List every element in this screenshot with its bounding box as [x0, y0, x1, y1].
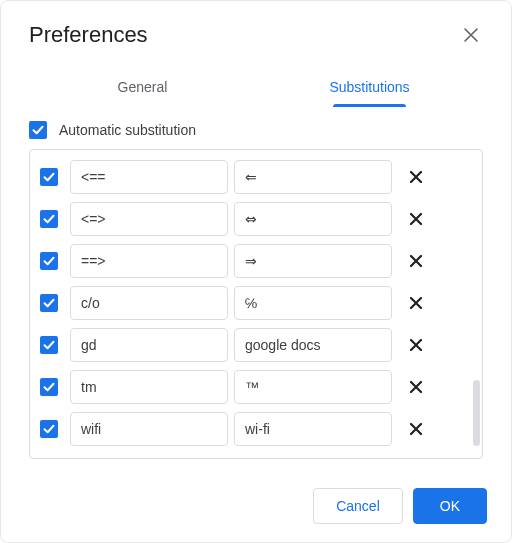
- auto-substitution-row: Automatic substitution: [29, 121, 483, 139]
- close-button[interactable]: [455, 19, 487, 51]
- checkmark-icon: [42, 212, 56, 226]
- row-checkbox[interactable]: [40, 168, 58, 186]
- row-checkbox[interactable]: [40, 210, 58, 228]
- checkmark-icon: [42, 338, 56, 352]
- table-row: [36, 408, 476, 450]
- auto-substitution-checkbox[interactable]: [29, 121, 47, 139]
- delete-row-button[interactable]: [398, 202, 434, 236]
- close-icon: [410, 381, 422, 393]
- checkmark-icon: [42, 254, 56, 268]
- close-icon: [410, 213, 422, 225]
- dialog-header: Preferences: [1, 1, 511, 59]
- delete-row-button[interactable]: [398, 160, 434, 194]
- with-input[interactable]: [234, 244, 392, 278]
- delete-row-button[interactable]: [398, 286, 434, 320]
- cancel-button[interactable]: Cancel: [313, 488, 403, 524]
- replace-input[interactable]: [70, 202, 228, 236]
- tabs: General Substitutions: [1, 69, 511, 107]
- substitution-table: [29, 149, 483, 459]
- replace-input[interactable]: [70, 412, 228, 446]
- with-input[interactable]: [234, 412, 392, 446]
- close-icon: [410, 255, 422, 267]
- checkmark-icon: [42, 380, 56, 394]
- replace-input[interactable]: [70, 286, 228, 320]
- close-icon: [410, 339, 422, 351]
- with-input[interactable]: [234, 286, 392, 320]
- replace-input[interactable]: [70, 328, 228, 362]
- delete-row-button[interactable]: [398, 328, 434, 362]
- with-input[interactable]: [234, 160, 392, 194]
- table-row: [36, 366, 476, 408]
- checkmark-icon: [42, 422, 56, 436]
- dialog-title: Preferences: [29, 22, 148, 48]
- close-icon: [463, 27, 479, 43]
- checkmark-icon: [42, 296, 56, 310]
- with-input[interactable]: [234, 202, 392, 236]
- ok-button[interactable]: OK: [413, 488, 487, 524]
- table-row: [36, 324, 476, 366]
- table-row: [36, 240, 476, 282]
- row-checkbox[interactable]: [40, 378, 58, 396]
- replace-input[interactable]: [70, 160, 228, 194]
- table-rows: [36, 156, 476, 450]
- replace-input[interactable]: [70, 244, 228, 278]
- row-checkbox[interactable]: [40, 336, 58, 354]
- replace-input[interactable]: [70, 370, 228, 404]
- table-row: [36, 156, 476, 198]
- auto-substitution-label: Automatic substitution: [59, 122, 196, 138]
- close-icon: [410, 297, 422, 309]
- delete-row-button[interactable]: [398, 244, 434, 278]
- dialog-content: Automatic substitution: [1, 107, 511, 459]
- scrollbar-thumb[interactable]: [473, 380, 480, 446]
- checkmark-icon: [42, 170, 56, 184]
- row-checkbox[interactable]: [40, 420, 58, 438]
- checkmark-icon: [31, 123, 45, 137]
- close-icon: [410, 423, 422, 435]
- table-row: [36, 282, 476, 324]
- table-row: [36, 198, 476, 240]
- with-input[interactable]: [234, 370, 392, 404]
- close-icon: [410, 171, 422, 183]
- delete-row-button[interactable]: [398, 370, 434, 404]
- delete-row-button[interactable]: [398, 412, 434, 446]
- tab-substitutions[interactable]: Substitutions: [256, 69, 483, 107]
- row-checkbox[interactable]: [40, 252, 58, 270]
- row-checkbox[interactable]: [40, 294, 58, 312]
- with-input[interactable]: [234, 328, 392, 362]
- tab-general[interactable]: General: [29, 69, 256, 107]
- dialog-footer: Cancel OK: [313, 488, 487, 524]
- preferences-dialog: Preferences General Substitutions Automa…: [0, 0, 512, 543]
